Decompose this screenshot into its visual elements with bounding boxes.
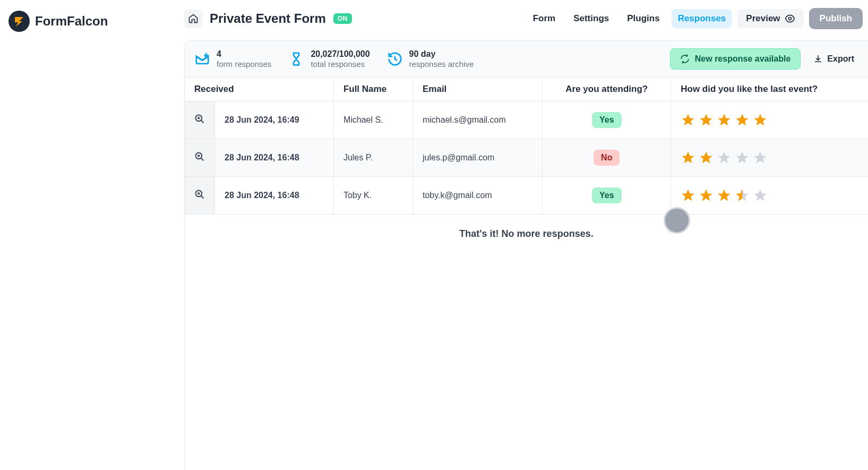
preview-label: Preview [746,13,780,24]
cell-received: 28 Jun 2024, 16:49 [215,101,334,139]
end-of-responses-message: That's it! No more responses. [185,215,868,253]
stat-label: form responses [217,59,271,69]
stat-label: total responses [311,59,369,69]
form-title: Private Event Form [210,11,326,26]
publish-label: Publish [820,13,852,23]
cell-received: 28 Jun 2024, 16:48 [215,139,334,177]
cell-attending: Yes [543,101,671,139]
logo-mark-icon [8,11,30,32]
cell-attending: Yes [543,177,671,215]
responses-table: Received Full Name Email Are you attendi… [185,78,868,215]
cell-rating [671,177,868,215]
stat-value: 4 [217,49,271,59]
star-rating [681,188,858,203]
cell-email: michael.s@gmail.com [412,101,542,139]
nav-form[interactable]: Form [527,9,562,28]
stat-total-responses: 20,027/100,000 total responses [288,49,369,69]
table-row: 28 Jun 2024, 16:49 Michael S. michael.s@… [185,101,868,139]
stat-value: 20,027/100,000 [311,49,369,59]
sidebar: FormFalcon [0,0,184,470]
publish-button[interactable]: Publish [809,8,863,29]
star-rating [681,150,858,165]
new-response-button[interactable]: New response available [670,48,801,70]
th-attending[interactable]: Are you attending? [543,78,671,101]
status-badge: ON [333,13,352,24]
attending-badge: Yes [592,187,622,203]
nav-responses[interactable]: Responses [672,9,733,28]
brand-name: FormFalcon [35,14,108,29]
zoom-icon[interactable] [194,114,205,124]
cell-attending: No [543,139,671,177]
cell-received: 28 Jun 2024, 16:48 [215,177,334,215]
export-label: Export [827,54,854,64]
eye-icon [785,13,795,24]
new-response-label: New response available [695,54,791,64]
table-row: 28 Jun 2024, 16:48 Toby K. toby.k@gmail.… [185,177,868,215]
attending-badge: No [594,150,620,166]
cell-full-name: Jules P. [333,139,412,177]
logo[interactable]: FormFalcon [6,11,184,32]
cell-rating [671,139,868,177]
th-rating[interactable]: How did you like the last event? [671,78,868,101]
refresh-icon [680,54,690,64]
stats-bar: 4 form responses 20,027/100,000 total re… [185,41,868,78]
zoom-icon[interactable] [194,151,205,162]
download-icon [813,54,823,64]
nav-plugins[interactable]: Plugins [621,9,666,28]
cell-rating [671,101,868,139]
table-row: 28 Jun 2024, 16:48 Jules P. jules.p@gmai… [185,139,868,177]
content-panel: 4 form responses 20,027/100,000 total re… [184,40,868,470]
stat-value: 90 day [409,49,474,59]
cell-full-name: Michael S. [333,101,412,139]
clock-history-icon [387,51,403,67]
th-email[interactable]: Email [412,78,542,101]
th-received[interactable]: Received [185,78,333,101]
home-button[interactable] [184,10,202,28]
home-icon [188,13,199,24]
hourglass-icon [288,51,304,67]
cell-email: jules.p@gmail.com [412,139,542,177]
topbar: Private Event Form ON Form Settings Plug… [184,0,868,37]
stat-form-responses: 4 form responses [194,49,271,69]
stat-label: responses archive [409,59,474,69]
cell-full-name: Toby K. [333,177,412,215]
star-rating [681,113,858,127]
cell-email: toby.k@gmail.com [412,177,542,215]
preview-button[interactable]: Preview [737,9,803,28]
export-button[interactable]: Export [809,51,858,67]
attending-badge: Yes [592,112,622,128]
nav-settings[interactable]: Settings [567,9,615,28]
th-full-name[interactable]: Full Name [333,78,412,101]
svg-point-0 [788,18,791,20]
stat-archive: 90 day responses archive [387,49,474,69]
inbox-down-icon [194,51,210,67]
zoom-icon[interactable] [194,189,205,200]
